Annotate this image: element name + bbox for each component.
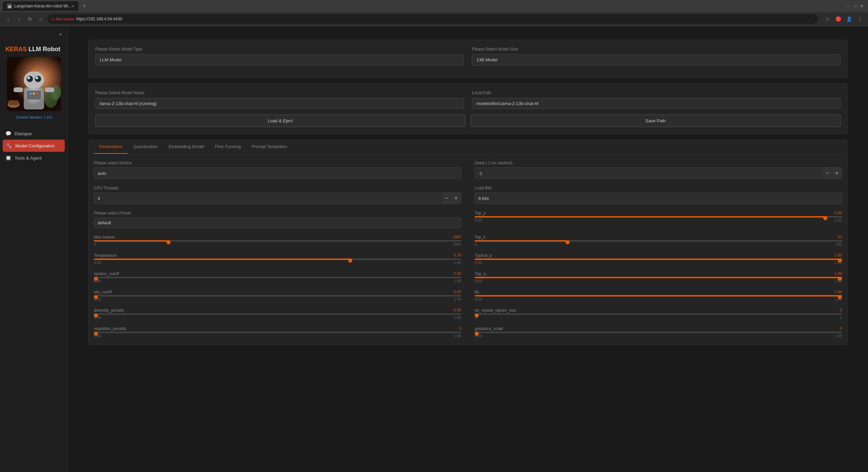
seed-decrement-button[interactable]: − — [823, 168, 832, 179]
extensions-button[interactable]: 🔴 — [834, 15, 842, 23]
eta-cutoff-slider[interactable] — [94, 295, 461, 296]
model-type-row: Please Select Model Type LLM Model Embed… — [95, 47, 841, 65]
guidance-scale-header: guidance_scale 0 — [475, 326, 842, 331]
back-button[interactable]: ‹ — [4, 15, 12, 23]
typical-p-header: Typical_p 1.00 — [475, 253, 842, 258]
top-p-range: 0.00 1.00 — [475, 218, 842, 222]
model-size-select[interactable]: 7B Model 13B Model 70B Model — [472, 54, 841, 65]
device-group: Please select Device auto cpu cuda — [94, 161, 461, 179]
top-k-value: 50 — [838, 235, 842, 240]
new-tab-button[interactable]: + — [80, 1, 89, 11]
max-tokens-group: Max tokens 1000 0 5000 — [94, 235, 461, 246]
tfs-slider[interactable] — [475, 295, 842, 296]
tab-parameters[interactable]: Parameters — [94, 140, 127, 154]
no-repeat-ngram-slider[interactable] — [475, 313, 842, 315]
close-button[interactable]: ✕ — [859, 3, 865, 9]
repetition-penalty-value: 0 — [459, 326, 461, 331]
cpu-threads-decrement-button[interactable]: − — [442, 193, 451, 204]
save-path-button[interactable]: Save Path — [471, 115, 841, 127]
sidebar-item-tools-agent[interactable]: 🔲 Tools & Agent — [0, 152, 67, 164]
sidebar-item-dialogue[interactable]: 💬 Dialogue — [0, 127, 67, 140]
tfs-label: tfs — [475, 290, 479, 294]
tools-agent-icon: 🔲 — [5, 155, 11, 161]
temperature-header: Temperature 0.70 — [94, 253, 461, 258]
profile-button[interactable]: 👤 — [845, 15, 853, 23]
repetition-penalty-header: repetition_penalty 0 — [94, 326, 461, 331]
typical-p-slider[interactable] — [475, 259, 842, 260]
model-type-select[interactable]: LLM Model Embedding Model — [95, 54, 464, 65]
diversity-penalty-slider[interactable] — [94, 313, 461, 315]
device-label: Please select Device — [94, 161, 461, 165]
svg-point-10 — [27, 76, 33, 82]
top-a-header: Top_a 1.00 — [475, 271, 842, 276]
model-name-row: Please Select Model Name llama-2-13b-cha… — [95, 90, 841, 109]
model-name-select[interactable]: llama-2-13b-chat-hf (running) — [95, 98, 464, 109]
seed-increment-button[interactable]: + — [832, 168, 842, 179]
guidance-scale-slider[interactable] — [475, 332, 842, 333]
url-bar[interactable]: ⚠ Not secure https://192.168.4.54:4430 — [47, 14, 818, 24]
sidebar: × KERAS LLM Robot — [0, 26, 68, 472]
tab-close-button[interactable]: × — [72, 3, 74, 9]
sidebar-item-model-config[interactable]: 🔧 Model Configuration — [3, 140, 65, 152]
local-path-input[interactable] — [472, 98, 841, 109]
model-name-group: Please Select Model Name llama-2-13b-cha… — [95, 90, 464, 109]
tab-quantization[interactable]: Quantization — [127, 140, 163, 154]
dialogue-icon: 💬 — [5, 131, 11, 136]
sidebar-close-button[interactable]: × — [59, 32, 62, 38]
svg-point-7 — [36, 93, 38, 95]
cpu-threads-group: CPU Threads 4 − + — [94, 186, 461, 204]
repetition-penalty-slider[interactable] — [94, 332, 461, 333]
typical-p-group: Typical_p 1.00 0.00 1.00 — [475, 253, 842, 265]
local-path-label: Local Path — [472, 90, 841, 95]
seed-stepper: -1 − + — [475, 167, 842, 179]
tab-prompt-templates[interactable]: Prompt Templates — [246, 140, 293, 154]
active-tab[interactable]: 🤖 Langchain-Keras-llm-robot Wi... × — [3, 1, 78, 11]
forward-button[interactable]: › — [15, 15, 23, 23]
version-label: Current Version: 1.0.0 — [0, 115, 67, 119]
bookmark-button[interactable]: ☆ — [823, 15, 831, 23]
tfs-value: 1.00 — [835, 290, 842, 294]
load-bits-select[interactable]: 4 bits 8 bits 16 bits 32 bits — [475, 192, 842, 204]
epsilon-cutoff-slider[interactable] — [94, 277, 461, 278]
guidance-scale-range: 0.00 1.00 — [475, 334, 842, 338]
cpu-threads-increment-button[interactable]: + — [451, 193, 461, 204]
eta-cutoff-label: eta_cutoff — [94, 290, 112, 294]
home-button[interactable]: ⌂ — [37, 15, 45, 23]
diversity-penalty-label: diversity_penalty — [94, 308, 124, 313]
tabs-header: Parameters Quantization Embedding Model … — [88, 140, 847, 154]
preset-select[interactable]: default creative precise — [94, 218, 461, 228]
temperature-slider[interactable] — [94, 259, 461, 260]
svg-point-11 — [35, 76, 41, 82]
top-p-slider[interactable] — [475, 216, 842, 218]
cpu-threads-value: 4 — [94, 193, 442, 203]
load-eject-button[interactable]: Load & Eject — [95, 115, 465, 127]
preset-group: Please select Preset default creative pr… — [94, 211, 461, 228]
max-tokens-label: Max tokens — [94, 235, 115, 240]
guidance-scale-value: 0 — [840, 326, 842, 331]
browser-actions: ☆ 🔴 👤 ⋮ — [823, 15, 864, 23]
more-button[interactable]: ⋮ — [856, 15, 864, 23]
top-k-header: Top_k 50 — [475, 235, 842, 240]
guidance-scale-label: guidance_scale — [475, 326, 503, 331]
tab-fine-tuning[interactable]: Fine-Tunning — [210, 140, 246, 154]
parameters-content: Please select Device auto cpu cuda Seed … — [88, 154, 847, 345]
top-k-range: 0 200 — [475, 242, 842, 246]
no-repeat-ngram-value: 0 — [840, 308, 842, 313]
restore-button[interactable]: □ — [852, 3, 859, 9]
top-p-group: Top_p 0.96 0.00 1.00 — [475, 211, 842, 228]
diversity-penalty-group: diversity_penalty 0.00 0.00 1.00 — [94, 308, 461, 320]
minimize-button[interactable]: ─ — [845, 3, 852, 9]
max-tokens-slider[interactable] — [94, 240, 461, 242]
local-path-group: Local Path — [472, 90, 841, 109]
top-k-group: Top_k 50 0 200 — [475, 235, 842, 246]
url-text: https://192.168.4.54:4430 — [76, 17, 122, 21]
refresh-button[interactable]: ↻ — [26, 15, 34, 23]
typical-p-range: 0.00 1.00 — [475, 261, 842, 265]
top-a-slider[interactable] — [475, 277, 842, 278]
tab-embedding-model[interactable]: Embedding Model — [163, 140, 210, 154]
security-indicator: ⚠ Not secure — [52, 17, 74, 21]
top-k-slider[interactable] — [475, 240, 842, 242]
max-tokens-header: Max tokens 1000 — [94, 235, 461, 240]
device-select[interactable]: auto cpu cuda — [94, 167, 461, 179]
svg-rect-18 — [14, 87, 23, 92]
